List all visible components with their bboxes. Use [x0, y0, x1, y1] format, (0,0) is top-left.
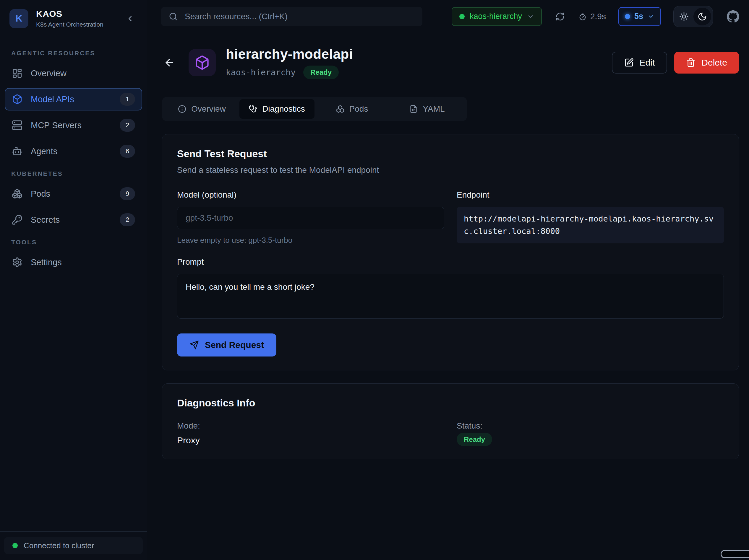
prompt-textarea[interactable]: Hello, can you tell me a short joke?: [177, 274, 724, 319]
search-bar[interactable]: [161, 7, 422, 26]
sidebar: K KAOS K8s Agent Orchestration AGENTIC R…: [0, 0, 147, 560]
page-header: hierarchy-modelapi kaos-hierarchy Ready …: [162, 46, 739, 79]
header-actions: Edit Delete: [612, 52, 739, 73]
send-icon: [190, 340, 199, 350]
sidebar-item-label: MCP Servers: [31, 120, 82, 130]
theme-toggle: [673, 6, 713, 27]
edit-button[interactable]: Edit: [612, 52, 667, 73]
sidebar-item-settings[interactable]: Settings: [5, 251, 142, 273]
model-field-label: Model (optional): [177, 190, 444, 200]
count-badge: 9: [120, 187, 135, 200]
refresh-button[interactable]: [554, 10, 566, 22]
tab-diagnostics[interactable]: Diagnostics: [239, 99, 315, 119]
moon-icon: [698, 12, 707, 21]
delete-button-label: Delete: [701, 58, 727, 68]
sidebar-item-label: Agents: [31, 147, 57, 156]
interval-selector[interactable]: 5s: [618, 7, 661, 26]
send-request-button[interactable]: Send Request: [177, 333, 276, 357]
scroll-indicator[interactable]: [721, 550, 749, 558]
title-meta: kaos-hierarchy Ready: [226, 66, 353, 79]
endpoint-label: Endpoint: [457, 190, 724, 200]
sidebar-item-overview[interactable]: Overview: [5, 62, 142, 85]
tab-bar: Overview Diagnostics Pods YAML: [162, 97, 467, 121]
card-subtitle: Send a stateless request to test the Mod…: [177, 165, 724, 175]
card-title: Send Test Request: [177, 148, 724, 159]
topbar-right: kaos-hierarchy 2.9s 5s: [452, 6, 741, 27]
model-field-column: Model (optional) Leave empty to use: gpt…: [177, 190, 444, 245]
status-column: Status: Ready: [457, 421, 724, 445]
resource-icon-box: [189, 49, 216, 76]
section-label-agentic: AGENTIC RESOURCES: [11, 50, 136, 57]
server-icon: [12, 120, 22, 131]
send-request-label: Send Request: [205, 340, 264, 350]
dashboard-icon: [12, 68, 22, 79]
status-badge: Ready: [303, 66, 339, 79]
trash-icon: [686, 58, 696, 67]
sidebar-collapse-button[interactable]: [123, 12, 137, 25]
refresh-icon: [555, 12, 565, 21]
boxes-icon: [12, 188, 22, 199]
sidebar-nav: AGENTIC RESOURCES Overview Model APIs 1 …: [0, 37, 147, 531]
github-link[interactable]: [725, 9, 741, 24]
edit-icon: [624, 58, 634, 67]
boxes-icon: [336, 105, 344, 113]
key-icon: [12, 215, 22, 225]
tab-label: Diagnostics: [262, 104, 305, 114]
back-button[interactable]: [162, 55, 177, 70]
request-form-grid: Model (optional) Leave empty to use: gpt…: [177, 190, 724, 245]
diagnostics-info-card: Diagnostics Info Mode: Proxy Status: Rea…: [162, 383, 739, 459]
count-badge: 2: [120, 119, 135, 132]
namespace-selector[interactable]: kaos-hierarchy: [452, 7, 542, 26]
github-icon: [727, 10, 740, 23]
refresh-time-value: 2.9s: [590, 12, 606, 21]
sidebar-item-label: Settings: [31, 257, 62, 267]
cube-icon: [12, 94, 22, 105]
stethoscope-icon: [249, 105, 257, 113]
tab-yaml[interactable]: YAML: [390, 99, 465, 119]
light-mode-button[interactable]: [675, 8, 693, 25]
count-badge: 1: [120, 93, 135, 106]
cluster-status: Connected to cluster: [4, 537, 143, 554]
tab-overview[interactable]: Overview: [164, 99, 239, 119]
interval-value: 5s: [634, 12, 643, 21]
count-badge: 2: [120, 213, 135, 226]
tab-label: YAML: [423, 104, 445, 114]
model-help-text: Leave empty to use: gpt-3.5-turbo: [177, 236, 444, 245]
arrow-left-icon: [164, 57, 175, 68]
model-input[interactable]: [177, 207, 444, 229]
mode-label: Mode:: [177, 421, 444, 431]
delete-button[interactable]: Delete: [674, 52, 739, 73]
send-test-request-card: Send Test Request Send a stateless reque…: [162, 134, 739, 371]
chevron-down-icon: [527, 13, 534, 20]
endpoint-value: http://modelapi-hierarchy-modelapi.kaos-…: [457, 207, 724, 243]
tab-label: Overview: [191, 104, 226, 114]
prompt-label: Prompt: [177, 257, 724, 267]
tab-pods[interactable]: Pods: [315, 99, 390, 119]
topbar: kaos-hierarchy 2.9s 5s: [147, 0, 749, 33]
app-title-block: KAOS K8s Agent Orchestration: [36, 9, 104, 28]
status-label: Status:: [457, 421, 724, 431]
package-icon: [194, 55, 210, 70]
sidebar-footer: Connected to cluster: [0, 531, 147, 560]
sidebar-item-model-apis[interactable]: Model APIs 1: [5, 88, 142, 110]
app-title: KAOS: [36, 9, 104, 19]
status-badge-row: Ready: [457, 435, 724, 444]
sidebar-item-label: Model APIs: [31, 94, 74, 104]
sidebar-item-pods[interactable]: Pods 9: [5, 182, 142, 205]
page-content: hierarchy-modelapi kaos-hierarchy Ready …: [147, 33, 749, 560]
sidebar-item-label: Overview: [31, 69, 66, 78]
endpoint-column: Endpoint http://modelapi-hierarchy-model…: [457, 190, 724, 245]
title-block: hierarchy-modelapi kaos-hierarchy Ready: [226, 46, 353, 79]
search-input[interactable]: [184, 12, 415, 22]
sidebar-item-secrets[interactable]: Secrets 2: [5, 208, 142, 231]
search-icon: [169, 12, 178, 21]
file-code-icon: [409, 105, 418, 113]
interval-dot: [625, 14, 630, 19]
dark-mode-button[interactable]: [693, 8, 711, 25]
sidebar-item-agents[interactable]: Agents 6: [5, 140, 142, 162]
section-label-tools: TOOLS: [11, 239, 136, 246]
main-area: kaos-hierarchy 2.9s 5s: [147, 0, 749, 560]
sidebar-item-mcp-servers[interactable]: MCP Servers 2: [5, 114, 142, 136]
sidebar-header: K KAOS K8s Agent Orchestration: [0, 0, 147, 37]
namespace-status-dot: [459, 14, 465, 19]
